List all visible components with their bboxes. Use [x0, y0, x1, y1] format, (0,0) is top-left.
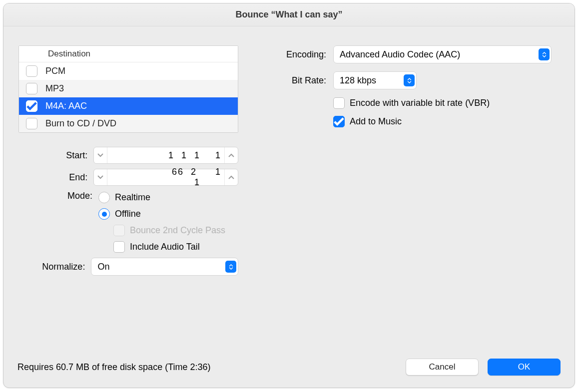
end-increment[interactable] — [224, 169, 238, 185]
footer-status: Requires 60.7 MB of free disk space (Tim… — [17, 362, 211, 373]
bitrate-select[interactable]: 128 kbps — [333, 71, 417, 89]
start-decrement[interactable] — [94, 147, 107, 163]
end-c: 1 — [194, 177, 200, 187]
start-increment[interactable] — [224, 147, 238, 163]
window-title: Bounce “What I can say” — [235, 9, 342, 20]
radio-offline[interactable] — [98, 208, 110, 220]
end-time-field[interactable]: 66 2 1 1 — [93, 169, 238, 186]
checkbox-mp3[interactable] — [26, 83, 37, 94]
destination-rows: PCM MP3 M4A: AAC — [19, 62, 238, 132]
normalize-row: Normalize: On — [18, 258, 238, 276]
ok-button[interactable]: OK — [488, 359, 561, 376]
start-label: Start: — [18, 150, 93, 161]
end-a: 66 — [172, 167, 184, 177]
mode-offline-row[interactable]: Offline — [98, 208, 225, 220]
bitrate-value: 128 kbps — [340, 75, 376, 86]
mode-realtime-label: Realtime — [115, 192, 150, 203]
checkbox-include-tail[interactable] — [113, 241, 125, 253]
start-c: 1 — [194, 150, 200, 160]
content-area: Destination PCM MP3 — [3, 26, 575, 359]
cancel-button[interactable]: Cancel — [406, 359, 479, 376]
mode-row: Mode: Realtime Offline — [18, 191, 238, 253]
bounce-dialog: Bounce “What I can say” Destination PCM — [3, 3, 575, 388]
start-d: 1 — [205, 150, 220, 161]
mode-label: Mode: — [18, 191, 98, 201]
footer: Requires 60.7 MB of free disk space (Tim… — [3, 359, 575, 388]
destination-label: PCM — [45, 66, 65, 76]
radio-realtime[interactable] — [98, 192, 110, 203]
destination-row-mp3[interactable]: MP3 — [19, 80, 238, 97]
end-b: 2 — [191, 167, 197, 177]
end-decrement[interactable] — [94, 169, 107, 185]
dropdown-icon — [404, 74, 415, 86]
destination-label: M4A: AAC — [45, 101, 87, 111]
add-music-row[interactable]: Add to Music — [333, 116, 560, 127]
end-row: End: 66 2 1 1 — [18, 169, 238, 186]
destination-row-burn-cd-dvd[interactable]: Burn to CD / DVD — [19, 115, 238, 132]
encoding-select[interactable]: Advanced Audio Codec (AAC) — [333, 45, 552, 63]
add-music-label: Add to Music — [350, 116, 402, 127]
normalize-value: On — [97, 262, 109, 272]
titlebar: Bounce “What I can say” — [3, 3, 575, 26]
cancel-button-label: Cancel — [429, 362, 456, 372]
destination-label: MP3 — [45, 83, 64, 94]
start-b: 1 — [181, 150, 187, 160]
checkbox-m4a-aac[interactable] — [26, 100, 37, 112]
start-time-field[interactable]: 1 1 1 1 — [93, 147, 238, 164]
left-column: Destination PCM MP3 — [18, 45, 238, 359]
right-checks: Encode with variable bit rate (VBR) Add … — [333, 97, 560, 127]
start-a: 1 — [168, 150, 174, 160]
vbr-label: Encode with variable bit rate (VBR) — [350, 98, 490, 108]
mode-options: Realtime Offline Bounce 2nd Cycle Pass — [98, 191, 225, 253]
encoding-row: Encoding: Advanced Audio Codec (AAC) — [266, 45, 560, 63]
bitrate-row: Bit Rate: 128 kbps — [266, 71, 560, 89]
encoding-label: Encoding: — [266, 49, 333, 60]
mode-realtime-row[interactable]: Realtime — [98, 192, 225, 203]
destination-label: Burn to CD / DVD — [45, 118, 116, 129]
end-values[interactable]: 66 2 1 1 — [107, 167, 224, 188]
start-values[interactable]: 1 1 1 1 — [107, 150, 224, 161]
checkbox-add-music[interactable] — [333, 116, 345, 127]
destination-header: Destination — [19, 46, 238, 62]
destination-table: Destination PCM MP3 — [18, 45, 238, 133]
vbr-row[interactable]: Encode with variable bit rate (VBR) — [333, 97, 560, 109]
destination-row-m4a-aac[interactable]: M4A: AAC — [19, 97, 238, 115]
mode-offline-label: Offline — [115, 209, 141, 219]
left-form: Start: 1 1 1 1 — [18, 147, 238, 276]
encoding-value: Advanced Audio Codec (AAC) — [340, 49, 460, 60]
include-tail-label: Include Audio Tail — [130, 242, 200, 252]
right-column: Encoding: Advanced Audio Codec (AAC) Bit… — [266, 45, 560, 359]
destination-row-pcm[interactable]: PCM — [19, 62, 238, 80]
bitrate-label: Bit Rate: — [266, 75, 333, 86]
dropdown-icon — [539, 48, 550, 60]
checkbox-burn-cd-dvd[interactable] — [26, 118, 37, 129]
end-label: End: — [18, 172, 93, 183]
include-tail-row[interactable]: Include Audio Tail — [98, 241, 225, 253]
footer-buttons: Cancel OK — [406, 359, 561, 376]
checkbox-vbr[interactable] — [333, 97, 345, 109]
checkbox-bounce-2nd — [113, 225, 125, 236]
bounce-2nd-row: Bounce 2nd Cycle Pass — [98, 225, 225, 236]
checkbox-pcm[interactable] — [26, 65, 37, 77]
normalize-label: Normalize: — [18, 262, 91, 272]
normalize-select[interactable]: On — [91, 258, 238, 276]
end-d: 1 — [205, 167, 220, 188]
bounce-2nd-label: Bounce 2nd Cycle Pass — [130, 225, 225, 236]
start-row: Start: 1 1 1 1 — [18, 147, 238, 164]
ok-button-label: OK — [518, 362, 531, 372]
dropdown-icon — [225, 261, 236, 273]
